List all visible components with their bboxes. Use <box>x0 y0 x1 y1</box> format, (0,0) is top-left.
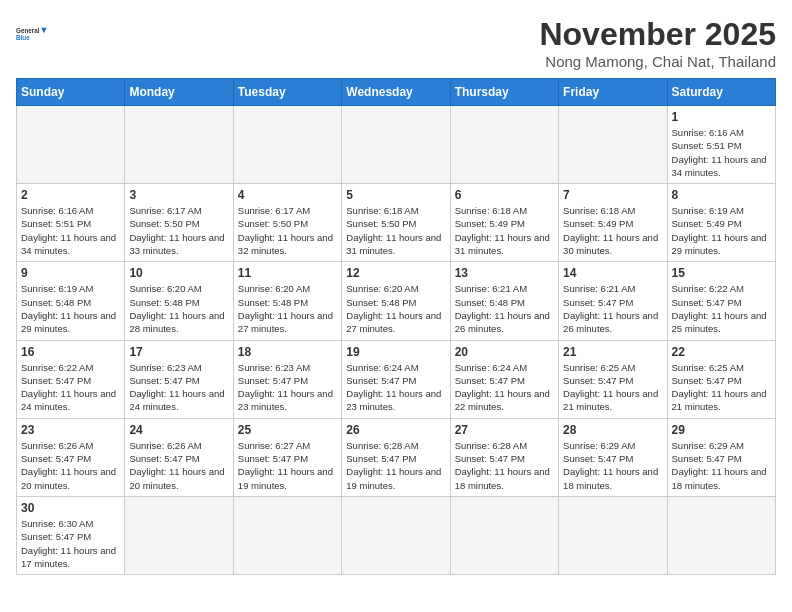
week-row-2: 2 Sunrise: 6:16 AM Sunset: 5:51 PM Dayli… <box>17 184 776 262</box>
week-row-4: 16 Sunrise: 6:22 AM Sunset: 5:47 PM Dayl… <box>17 340 776 418</box>
week-row-1: 1 Sunrise: 6:16 AM Sunset: 5:51 PM Dayli… <box>17 106 776 184</box>
day-28: 28 Sunrise: 6:29 AM Sunset: 5:47 PM Dayl… <box>559 418 667 496</box>
daylight-label: Daylight: <box>672 154 709 165</box>
logo: GeneralBlue <box>16 16 52 50</box>
header-sunday: Sunday <box>17 79 125 106</box>
day-12: 12 Sunrise: 6:20 AM Sunset: 5:48 PM Dayl… <box>342 262 450 340</box>
day-8: 8 Sunrise: 6:19 AM Sunset: 5:49 PM Dayli… <box>667 184 775 262</box>
empty-cell <box>233 106 341 184</box>
day-15: 15 Sunrise: 6:22 AM Sunset: 5:47 PM Dayl… <box>667 262 775 340</box>
svg-text:Blue: Blue <box>16 34 30 41</box>
empty-cell <box>233 496 341 574</box>
week-row-5: 23 Sunrise: 6:26 AM Sunset: 5:47 PM Dayl… <box>17 418 776 496</box>
day-14: 14 Sunrise: 6:21 AM Sunset: 5:47 PM Dayl… <box>559 262 667 340</box>
day-6: 6 Sunrise: 6:18 AM Sunset: 5:49 PM Dayli… <box>450 184 558 262</box>
empty-cell <box>342 106 450 184</box>
week-row-6: 30 Sunrise: 6:30 AM Sunset: 5:47 PM Dayl… <box>17 496 776 574</box>
day-10: 10 Sunrise: 6:20 AM Sunset: 5:48 PM Dayl… <box>125 262 233 340</box>
week-row-3: 9 Sunrise: 6:19 AM Sunset: 5:48 PM Dayli… <box>17 262 776 340</box>
empty-cell <box>559 496 667 574</box>
day-9: 9 Sunrise: 6:19 AM Sunset: 5:48 PM Dayli… <box>17 262 125 340</box>
empty-cell <box>667 496 775 574</box>
empty-cell <box>125 106 233 184</box>
day-29: 29 Sunrise: 6:29 AM Sunset: 5:47 PM Dayl… <box>667 418 775 496</box>
day-3: 3 Sunrise: 6:17 AM Sunset: 5:50 PM Dayli… <box>125 184 233 262</box>
sunrise-label: Sunrise: <box>672 127 707 138</box>
header-saturday: Saturday <box>667 79 775 106</box>
day-5: 5 Sunrise: 6:18 AM Sunset: 5:50 PM Dayli… <box>342 184 450 262</box>
sunrise-val: 6:16 AM <box>709 127 744 138</box>
empty-cell <box>450 106 558 184</box>
sunset-val: 5:51 PM <box>706 140 741 151</box>
day-17: 17 Sunrise: 6:23 AM Sunset: 5:47 PM Dayl… <box>125 340 233 418</box>
day-23: 23 Sunrise: 6:26 AM Sunset: 5:47 PM Dayl… <box>17 418 125 496</box>
day-20: 20 Sunrise: 6:24 AM Sunset: 5:47 PM Dayl… <box>450 340 558 418</box>
header-wednesday: Wednesday <box>342 79 450 106</box>
day-11: 11 Sunrise: 6:20 AM Sunset: 5:48 PM Dayl… <box>233 262 341 340</box>
empty-cell <box>559 106 667 184</box>
page-header: GeneralBlue November 2025 Nong Mamong, C… <box>16 16 776 70</box>
header-monday: Monday <box>125 79 233 106</box>
day-22: 22 Sunrise: 6:25 AM Sunset: 5:47 PM Dayl… <box>667 340 775 418</box>
day-4: 4 Sunrise: 6:17 AM Sunset: 5:50 PM Dayli… <box>233 184 341 262</box>
svg-marker-2 <box>41 28 46 33</box>
day-25: 25 Sunrise: 6:27 AM Sunset: 5:47 PM Dayl… <box>233 418 341 496</box>
location-title: Nong Mamong, Chai Nat, Thailand <box>539 53 776 70</box>
month-title: November 2025 <box>539 16 776 53</box>
calendar-table: Sunday Monday Tuesday Wednesday Thursday… <box>16 78 776 575</box>
header-tuesday: Tuesday <box>233 79 341 106</box>
empty-cell <box>17 106 125 184</box>
day-21: 21 Sunrise: 6:25 AM Sunset: 5:47 PM Dayl… <box>559 340 667 418</box>
day-7: 7 Sunrise: 6:18 AM Sunset: 5:49 PM Dayli… <box>559 184 667 262</box>
header-thursday: Thursday <box>450 79 558 106</box>
day-24: 24 Sunrise: 6:26 AM Sunset: 5:47 PM Dayl… <box>125 418 233 496</box>
day-19: 19 Sunrise: 6:24 AM Sunset: 5:47 PM Dayl… <box>342 340 450 418</box>
day-30: 30 Sunrise: 6:30 AM Sunset: 5:47 PM Dayl… <box>17 496 125 574</box>
day-26: 26 Sunrise: 6:28 AM Sunset: 5:47 PM Dayl… <box>342 418 450 496</box>
empty-cell <box>125 496 233 574</box>
header-friday: Friday <box>559 79 667 106</box>
day-13: 13 Sunrise: 6:21 AM Sunset: 5:48 PM Dayl… <box>450 262 558 340</box>
sunset-label: Sunset: <box>672 140 704 151</box>
day-16: 16 Sunrise: 6:22 AM Sunset: 5:47 PM Dayl… <box>17 340 125 418</box>
title-area: November 2025 Nong Mamong, Chai Nat, Tha… <box>539 16 776 70</box>
day-27: 27 Sunrise: 6:28 AM Sunset: 5:47 PM Dayl… <box>450 418 558 496</box>
day-1: 1 Sunrise: 6:16 AM Sunset: 5:51 PM Dayli… <box>667 106 775 184</box>
day-18: 18 Sunrise: 6:23 AM Sunset: 5:47 PM Dayl… <box>233 340 341 418</box>
empty-cell <box>450 496 558 574</box>
day-2: 2 Sunrise: 6:16 AM Sunset: 5:51 PM Dayli… <box>17 184 125 262</box>
weekday-header-row: Sunday Monday Tuesday Wednesday Thursday… <box>17 79 776 106</box>
empty-cell <box>342 496 450 574</box>
svg-text:General: General <box>16 27 40 34</box>
